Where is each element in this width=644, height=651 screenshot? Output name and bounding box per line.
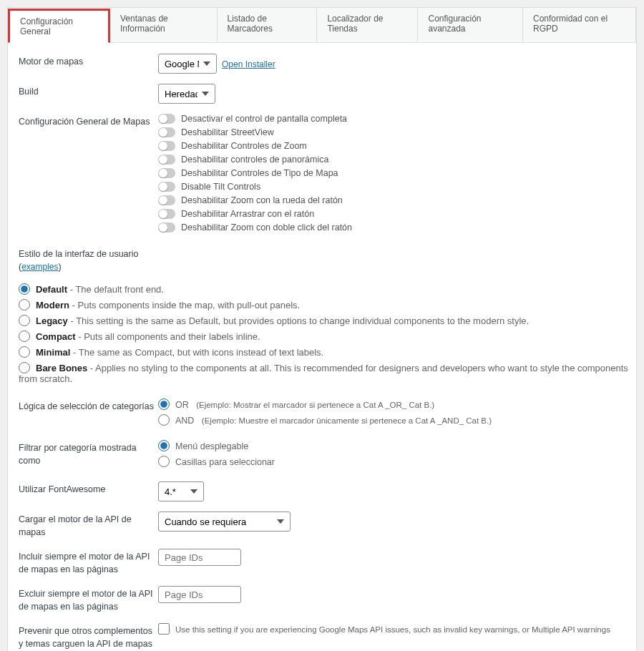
map-engine-label: Motor de mapas <box>19 54 158 69</box>
uistyle-radio-5[interactable] <box>19 362 30 373</box>
tab-info-windows[interactable]: Ventanas de Información <box>110 8 218 42</box>
category-logic-label: Lógica de selección de categorías <box>19 398 158 413</box>
fontawesome-label: Utilizar FontAwesome <box>19 481 158 496</box>
tab-advanced[interactable]: Configuración avanzada <box>418 8 523 42</box>
uistyle-radio-3[interactable] <box>19 331 30 342</box>
toggle-label-5: Disable Tilt Controls <box>181 182 260 192</box>
examples-link[interactable]: examples <box>21 262 58 272</box>
toggle-switch-3[interactable] <box>158 155 175 165</box>
prevent-others-checkbox[interactable] <box>158 623 170 635</box>
toggle-switch-5[interactable] <box>158 182 175 192</box>
logic-and-radio[interactable] <box>158 414 170 426</box>
toggle-label-0: Desactivar el control de pantalla comple… <box>181 114 347 124</box>
toggle-switch-7[interactable] <box>158 209 175 219</box>
toggle-label-1: Deshabilitar StreetView <box>181 127 274 137</box>
api-load-select[interactable]: Cuando se requiera <box>158 512 291 532</box>
general-map-config-label: Configuración General de Mapas <box>19 114 158 129</box>
filter-checkbox-radio[interactable] <box>158 456 170 467</box>
prevent-others-label: Prevenir que otros complementos y temas … <box>19 623 158 650</box>
always-include-input[interactable] <box>158 549 241 566</box>
build-select[interactable]: Heredado <box>158 84 215 104</box>
toggle-label-8: Deshabilitar Zoom con doble click del ra… <box>181 222 352 232</box>
api-load-label: Cargar el motor de la API de mapas <box>19 512 158 539</box>
always-exclude-label: Excluir siempre el motor de la API de ma… <box>19 586 158 613</box>
uistyle-radio-4[interactable] <box>19 346 30 358</box>
toggle-switch-1[interactable] <box>158 127 175 137</box>
uistyle-radio-0[interactable] <box>19 283 30 295</box>
fontawesome-select[interactable]: 4.* <box>158 481 204 501</box>
toggle-switch-8[interactable] <box>158 222 175 232</box>
tab-store-locator[interactable]: Localizador de Tiendas <box>317 8 418 42</box>
toggle-label-3: Deshabilitar controles de panorámica <box>181 155 328 165</box>
filter-display-label: Filtrar por categoría mostrada como <box>19 440 158 467</box>
tab-gdpr[interactable]: Conformidad con el RGPD <box>523 8 636 42</box>
ui-style-label: Estilo de la interfaz de usuario (exampl… <box>19 246 636 273</box>
toggle-switch-2[interactable] <box>158 141 175 151</box>
toggle-switch-6[interactable] <box>158 195 175 205</box>
toggle-label-2: Deshabilitar Controles de Zoom <box>181 141 307 151</box>
always-include-label: Incluir siempre el motor de la API de ma… <box>19 549 158 576</box>
open-installer-link[interactable]: Open Installer <box>222 59 275 69</box>
uistyle-radio-2[interactable] <box>19 315 30 326</box>
toggle-switch-0[interactable] <box>158 114 175 124</box>
toggle-label-6: Deshabilitar Zoom con la rueda del ratón <box>181 195 343 205</box>
map-engine-select[interactable]: Google Maps <box>158 54 217 74</box>
filter-dropdown-radio[interactable] <box>158 440 170 451</box>
always-exclude-input[interactable] <box>158 586 241 603</box>
tabs-nav: Configuración General Ventanas de Inform… <box>8 8 636 43</box>
build-label: Build <box>19 84 158 99</box>
toggle-label-4: Deshabilitar Controles de Tipo de Mapa <box>181 168 338 178</box>
toggle-switch-4[interactable] <box>158 168 175 178</box>
uistyle-radio-1[interactable] <box>19 299 30 310</box>
tab-marker-listing[interactable]: Listado de Marcadores <box>218 8 318 42</box>
logic-or-radio[interactable] <box>158 398 170 410</box>
toggle-label-7: Deshabilitar Arrastrar con el ratón <box>181 209 314 219</box>
tab-general[interactable]: Configuración General <box>8 9 110 43</box>
